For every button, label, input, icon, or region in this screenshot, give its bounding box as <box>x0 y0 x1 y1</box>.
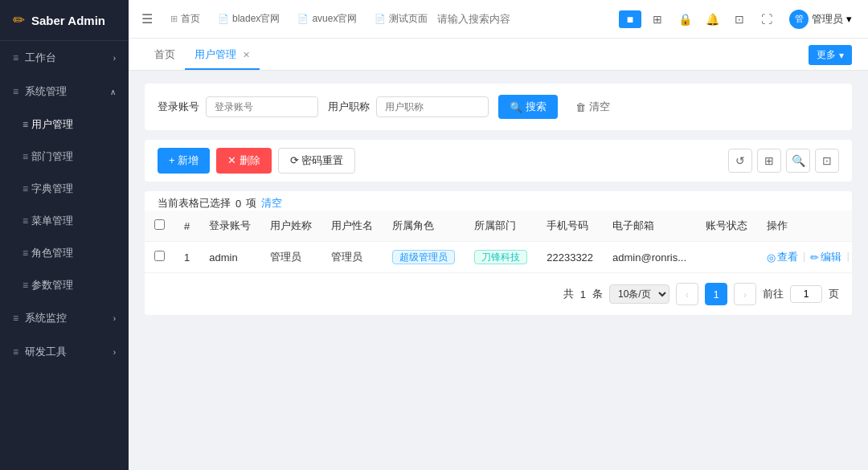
sidebar-item-workbench[interactable]: ≡ 工作台 › <box>0 41 129 75</box>
total-unit: 条 <box>592 287 603 301</box>
grid-icon: ⊞ <box>170 14 178 24</box>
fullscreen-icon[interactable]: ⛶ <box>755 10 778 28</box>
row-actions-cell: ◎ 查看 | ✏ 编辑 | 🗑 删除 <box>757 242 852 273</box>
reset-password-button[interactable]: ⟳ 密码重置 <box>278 148 356 174</box>
select-all-cell <box>145 210 174 242</box>
action-left-group: + 新增 ✕ 删除 ⟳ 密码重置 <box>158 148 355 174</box>
sidebar-item-label: 菜单管理 <box>31 215 73 227</box>
sidebar-item-user-manage[interactable]: ≡ 用户管理 <box>0 108 129 141</box>
total-count: 1 <box>580 288 586 300</box>
sidebar-logo: ✏ Saber Admin <box>0 0 129 41</box>
qr-icon[interactable]: ⊞ <box>646 10 669 28</box>
bell-icon[interactable]: 🔔 <box>701 10 723 28</box>
lock-icon[interactable]: 🔒 <box>674 10 696 28</box>
selection-info: 当前表格已选择 0 项 清空 <box>145 191 852 210</box>
sidebar-item-label: 字典管理 <box>31 182 73 194</box>
tab-close-icon[interactable]: ✕ <box>243 50 250 59</box>
sidebar-item-system-manage[interactable]: ≡ 系统管理 ∧ <box>0 75 129 108</box>
action-bar: + 新增 ✕ 删除 ⟳ 密码重置 ↺ ⊞ 🔍 ⊡ <box>145 140 852 182</box>
sidebar-item-dict-manage[interactable]: ≡ 字典管理 <box>0 173 129 205</box>
row-user-name: 管理员 <box>321 242 383 273</box>
sidebar-item-param-manage[interactable]: ≡ 参数管理 <box>0 269 129 301</box>
user-name: 管理员 <box>812 12 843 27</box>
col-status: 账号状态 <box>696 210 757 242</box>
hamburger-icon[interactable]: ☰ <box>138 8 156 30</box>
row-index: 1 <box>174 242 199 273</box>
user-role-input[interactable] <box>376 96 489 117</box>
topbar-search-input[interactable] <box>437 13 598 25</box>
tab-label: 测试页面 <box>389 12 428 26</box>
search-settings-icon-btn[interactable]: 🔍 <box>786 149 810 173</box>
column-icon-btn[interactable]: ⊞ <box>757 149 781 173</box>
main-content: ☰ ⊞ 首页 📄 bladex官网 📄 avuex官网 📄 测试页面 <box>129 0 868 470</box>
menu-icon: ≡ <box>13 346 18 358</box>
logo-icon: ✏ <box>13 11 25 29</box>
topbar-actions: ■ ⊞ 🔒 🔔 ⊡ ⛶ 管 管理员 ▾ <box>619 6 858 32</box>
page-unit: 页 <box>829 287 839 301</box>
user-role-label: 用户职称 <box>328 100 370 114</box>
tab-label: 首页 <box>154 48 175 60</box>
layout-icon[interactable]: ⊡ <box>728 10 751 28</box>
breadcrumb-tab-user-manage[interactable]: 用户管理 ✕ <box>185 41 260 70</box>
menu-icon: ≡ <box>23 280 28 291</box>
sidebar-item-menu-manage[interactable]: ≡ 菜单管理 <box>0 205 129 237</box>
row-phone: 22233322 <box>537 242 603 273</box>
prev-page-btn[interactable]: ‹ <box>676 283 698 305</box>
topbar-tabs: ⊞ 首页 📄 bladex官网 📄 avuex官网 📄 测试页面 <box>162 7 612 31</box>
menu-icon: ≡ <box>23 215 28 227</box>
refresh-icon-btn[interactable]: ↺ <box>728 149 752 173</box>
search-bar: 登录账号 用户职称 🔍 搜索 🗑 清空 <box>145 84 852 130</box>
tab-label: 用户管理 <box>194 48 236 60</box>
user-menu[interactable]: 管 管理员 ▾ <box>783 6 858 32</box>
sidebar: ✏ Saber Admin ≡ 工作台 › ≡ 系统管理 ∧ ≡ 用户管理 ≡ … <box>0 0 129 470</box>
topbar-tab-avuex[interactable]: 📄 avuex官网 <box>289 7 365 31</box>
edit-link[interactable]: ✏ 编辑 <box>810 250 841 264</box>
menu-icon: ≡ <box>13 313 18 324</box>
col-index: # <box>174 210 199 242</box>
add-button[interactable]: + 新增 <box>158 148 210 174</box>
chevron-up-icon: ∧ <box>110 88 116 96</box>
topbar-search-wrap <box>437 13 598 25</box>
selection-unit: 项 <box>246 196 256 210</box>
chevron-down-icon: ▾ <box>839 50 844 61</box>
more-button[interactable]: 更多 ▾ <box>809 45 852 65</box>
select-all-checkbox[interactable] <box>154 219 165 230</box>
selection-clear-link[interactable]: 清空 <box>261 196 282 210</box>
view-link[interactable]: ◎ 查看 <box>767 250 798 264</box>
next-page-btn[interactable]: › <box>734 283 756 305</box>
col-actions: 操作 <box>757 210 852 242</box>
sidebar-item-label: 部门管理 <box>31 150 73 162</box>
login-account-input[interactable] <box>206 96 318 117</box>
topbar-tab-home[interactable]: ⊞ 首页 <box>162 7 208 31</box>
sidebar-item-dev-tools[interactable]: ≡ 研发工具 › <box>0 335 129 369</box>
topbar-tab-bladex[interactable]: 📄 bladex官网 <box>210 7 288 31</box>
sidebar-item-label: 参数管理 <box>31 279 73 291</box>
action-links: ◎ 查看 | ✏ 编辑 | 🗑 删除 <box>767 250 852 264</box>
breadcrumb-tab-home[interactable]: 首页 <box>145 41 185 70</box>
pagination: 共 1 条 10条/页 ‹ 1 › 前往 页 <box>145 272 852 315</box>
table-row: 1 admin 管理员 管理员 超级管理员 刀锋科技 22233322 admi… <box>145 242 852 273</box>
tab-label: 首页 <box>181 12 200 26</box>
layout-settings-icon-btn[interactable]: ⊡ <box>815 149 839 173</box>
page-size-select[interactable]: 10条/页 <box>609 284 669 304</box>
chevron-down-icon: › <box>113 348 116 357</box>
doc-icon: 📄 <box>297 14 309 24</box>
search-btn-label: 搜索 <box>526 100 547 114</box>
clear-button[interactable]: 🗑 清空 <box>567 95 618 119</box>
search-button[interactable]: 🔍 搜索 <box>498 95 558 119</box>
sidebar-item-label: 研发工具 <box>25 345 67 359</box>
sidebar-item-dept-manage[interactable]: ≡ 部门管理 <box>0 141 129 173</box>
topbar-tab-test[interactable]: 📄 测试页面 <box>366 7 436 31</box>
blue-square-btn[interactable]: ■ <box>619 10 641 28</box>
sidebar-item-sys-monitor[interactable]: ≡ 系统监控 › <box>0 301 129 335</box>
tab-label: avuex官网 <box>312 12 357 26</box>
row-checkbox[interactable] <box>154 251 165 261</box>
page-1-btn[interactable]: 1 <box>705 283 727 305</box>
logo-text: Saber Admin <box>31 14 105 27</box>
avatar: 管 <box>789 10 809 29</box>
sidebar-item-role-manage[interactable]: ≡ 角色管理 <box>0 237 129 269</box>
delete-button[interactable]: ✕ 删除 <box>216 148 272 174</box>
goto-input[interactable] <box>790 285 822 303</box>
row-user-title: 管理员 <box>260 242 321 273</box>
row-email: admin@ronris... <box>603 242 696 273</box>
